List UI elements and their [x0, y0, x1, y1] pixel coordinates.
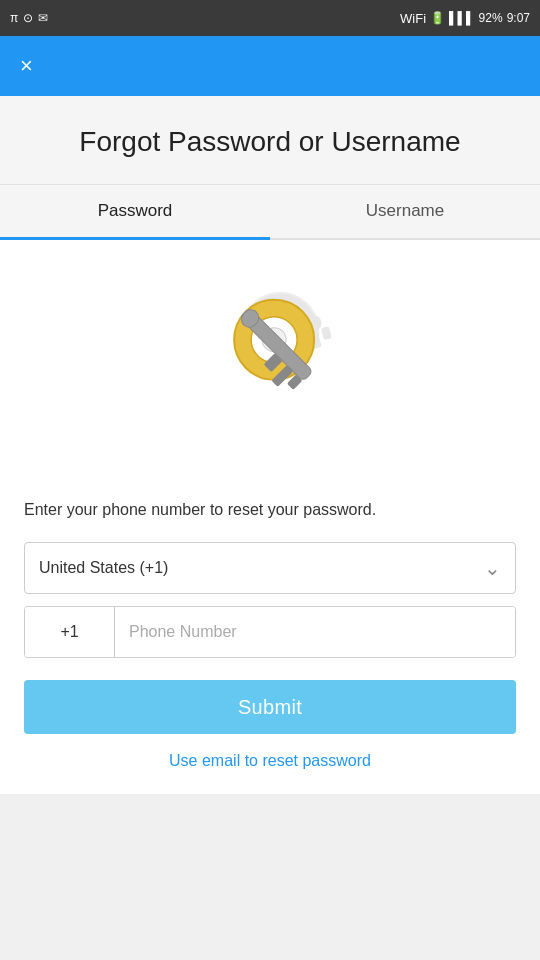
email-icon: ✉ — [38, 11, 48, 25]
key-illustration — [24, 270, 516, 470]
instruction-text: Enter your phone number to reset your pa… — [24, 498, 516, 522]
key-svg — [170, 275, 370, 465]
phone-number-input[interactable] — [115, 607, 515, 657]
header-section: Forgot Password or Username — [0, 96, 540, 185]
svg-rect-5 — [321, 327, 332, 341]
tab-password[interactable]: Password — [0, 185, 270, 240]
country-select-dropdown[interactable]: United States (+1) ⌄ — [24, 542, 516, 594]
wifi-icon: WiFi — [400, 11, 426, 26]
time-display: 9:07 — [507, 11, 530, 25]
battery-percent: 92% — [479, 11, 503, 25]
status-right-icons: WiFi 🔋 ▌▌▌ 92% 9:07 — [400, 11, 530, 26]
circle-icon: ⊙ — [23, 11, 33, 25]
tab-bar: Password Username — [0, 185, 540, 240]
pi-icon: π — [10, 11, 18, 25]
country-select-value: United States (+1) — [39, 559, 168, 577]
email-reset-link[interactable]: Use email to reset password — [24, 752, 516, 770]
chevron-down-icon: ⌄ — [484, 556, 501, 580]
phone-input-row: +1 — [24, 606, 516, 658]
status-bar: π ⊙ ✉ WiFi 🔋 ▌▌▌ 92% 9:07 — [0, 0, 540, 36]
tab-username[interactable]: Username — [270, 185, 540, 240]
signal-icon: ▌▌▌ — [449, 11, 475, 25]
main-content: Enter your phone number to reset your pa… — [0, 240, 540, 794]
top-bar: × — [0, 36, 540, 96]
status-left-icons: π ⊙ ✉ — [10, 11, 48, 25]
battery-icon: 🔋 — [430, 11, 445, 25]
page-title: Forgot Password or Username — [20, 124, 520, 160]
bottom-area — [0, 794, 540, 894]
close-button[interactable]: × — [16, 49, 37, 83]
submit-button[interactable]: Submit — [24, 680, 516, 734]
country-code-display: +1 — [25, 607, 115, 657]
